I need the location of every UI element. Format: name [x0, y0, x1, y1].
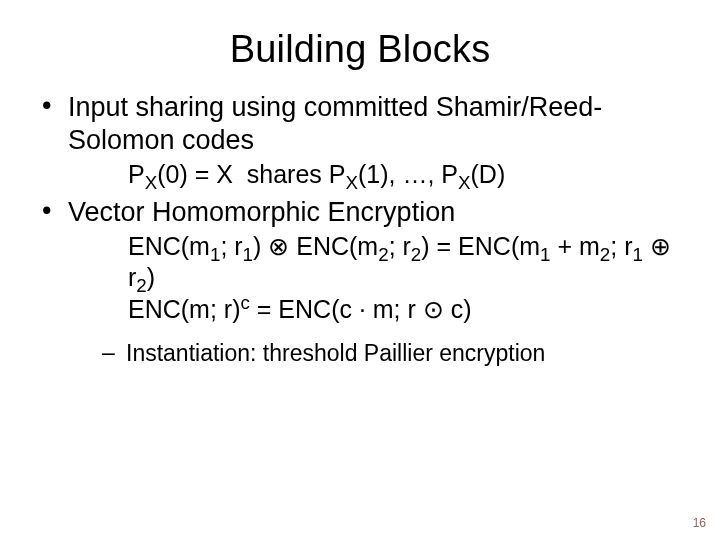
bullet-item-2-text: Vector Homomorphic Encryption [68, 197, 455, 227]
bullet-item-2-sub: ENC(m1; r1) ⊗ ENC(m2; r2) = ENC(m1 + m2;… [68, 231, 696, 325]
enc-line-1: ENC(m1; r1) ⊗ ENC(m2; r2) = ENC(m1 + m2;… [128, 231, 696, 294]
sub-bullet-item: Instantiation: threshold Paillier encryp… [108, 339, 696, 368]
slide-title: Building Blocks [0, 0, 720, 81]
bullet-item-1-text: Input sharing using committed Shamir/Ree… [68, 92, 602, 155]
page-number: 16 [693, 516, 706, 530]
bullet-list: Input sharing using committed Shamir/Ree… [24, 91, 696, 368]
slide-body: Input sharing using committed Shamir/Ree… [0, 81, 720, 368]
slide: Building Blocks Input sharing using comm… [0, 0, 720, 540]
bullet-item-1: Input sharing using committed Shamir/Ree… [50, 91, 696, 190]
sub-bullet-list: Instantiation: threshold Paillier encryp… [68, 339, 696, 368]
bullet-item-1-sub: PX(0) = X shares PX(1), …, PX(D) [68, 159, 696, 190]
enc-line-2: ENC(m; r)c = ENC(c · m; r ⊙ c) [128, 294, 696, 325]
bullet-item-2: Vector Homomorphic Encryption ENC(m1; r1… [50, 196, 696, 367]
